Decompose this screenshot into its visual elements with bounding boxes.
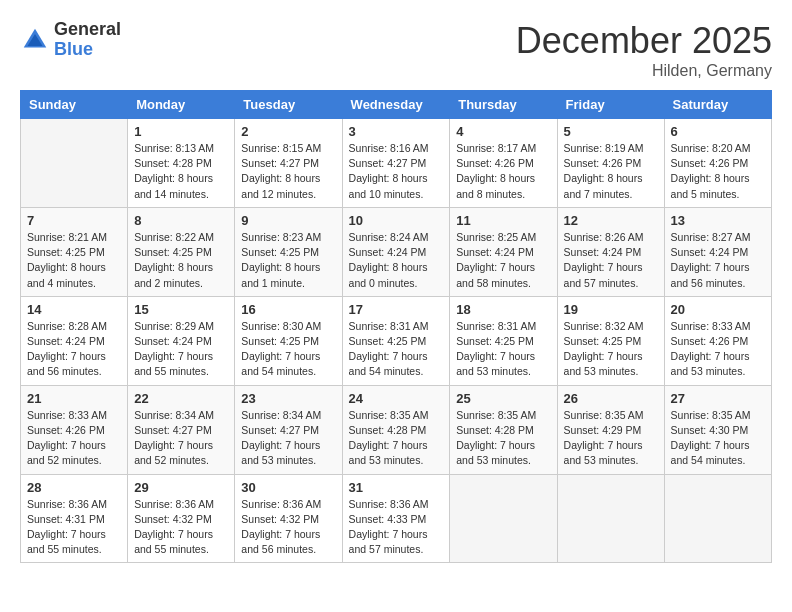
day-info: Sunrise: 8:35 AMSunset: 4:28 PMDaylight:… <box>456 408 550 469</box>
day-info: Sunrise: 8:28 AMSunset: 4:24 PMDaylight:… <box>27 319 121 380</box>
calendar-cell: 19Sunrise: 8:32 AMSunset: 4:25 PMDayligh… <box>557 296 664 385</box>
day-number: 21 <box>27 391 121 406</box>
calendar-cell: 13Sunrise: 8:27 AMSunset: 4:24 PMDayligh… <box>664 207 771 296</box>
day-number: 16 <box>241 302 335 317</box>
day-info: Sunrise: 8:17 AMSunset: 4:26 PMDaylight:… <box>456 141 550 202</box>
day-info: Sunrise: 8:31 AMSunset: 4:25 PMDaylight:… <box>456 319 550 380</box>
month-title: December 2025 <box>516 20 772 62</box>
day-info: Sunrise: 8:30 AMSunset: 4:25 PMDaylight:… <box>241 319 335 380</box>
day-info: Sunrise: 8:29 AMSunset: 4:24 PMDaylight:… <box>134 319 228 380</box>
day-number: 27 <box>671 391 765 406</box>
day-number: 6 <box>671 124 765 139</box>
day-number: 19 <box>564 302 658 317</box>
calendar-cell: 29Sunrise: 8:36 AMSunset: 4:32 PMDayligh… <box>128 474 235 563</box>
calendar-cell: 10Sunrise: 8:24 AMSunset: 4:24 PMDayligh… <box>342 207 450 296</box>
calendar-cell: 7Sunrise: 8:21 AMSunset: 4:25 PMDaylight… <box>21 207 128 296</box>
day-number: 17 <box>349 302 444 317</box>
calendar-cell: 16Sunrise: 8:30 AMSunset: 4:25 PMDayligh… <box>235 296 342 385</box>
weekday-header-sunday: Sunday <box>21 91 128 119</box>
day-number: 14 <box>27 302 121 317</box>
day-number: 26 <box>564 391 658 406</box>
calendar-cell: 25Sunrise: 8:35 AMSunset: 4:28 PMDayligh… <box>450 385 557 474</box>
calendar-cell: 22Sunrise: 8:34 AMSunset: 4:27 PMDayligh… <box>128 385 235 474</box>
calendar-cell: 26Sunrise: 8:35 AMSunset: 4:29 PMDayligh… <box>557 385 664 474</box>
calendar-cell: 11Sunrise: 8:25 AMSunset: 4:24 PMDayligh… <box>450 207 557 296</box>
day-info: Sunrise: 8:13 AMSunset: 4:28 PMDaylight:… <box>134 141 228 202</box>
day-number: 12 <box>564 213 658 228</box>
day-number: 24 <box>349 391 444 406</box>
day-info: Sunrise: 8:16 AMSunset: 4:27 PMDaylight:… <box>349 141 444 202</box>
day-info: Sunrise: 8:35 AMSunset: 4:28 PMDaylight:… <box>349 408 444 469</box>
page-header: General Blue December 2025 Hilden, Germa… <box>20 20 772 80</box>
day-number: 25 <box>456 391 550 406</box>
calendar-cell: 6Sunrise: 8:20 AMSunset: 4:26 PMDaylight… <box>664 119 771 208</box>
weekday-header-thursday: Thursday <box>450 91 557 119</box>
day-info: Sunrise: 8:34 AMSunset: 4:27 PMDaylight:… <box>241 408 335 469</box>
calendar-cell: 21Sunrise: 8:33 AMSunset: 4:26 PMDayligh… <box>21 385 128 474</box>
calendar-cell: 24Sunrise: 8:35 AMSunset: 4:28 PMDayligh… <box>342 385 450 474</box>
day-number: 28 <box>27 480 121 495</box>
day-info: Sunrise: 8:22 AMSunset: 4:25 PMDaylight:… <box>134 230 228 291</box>
calendar-cell: 5Sunrise: 8:19 AMSunset: 4:26 PMDaylight… <box>557 119 664 208</box>
day-number: 5 <box>564 124 658 139</box>
calendar-cell: 12Sunrise: 8:26 AMSunset: 4:24 PMDayligh… <box>557 207 664 296</box>
calendar-cell: 18Sunrise: 8:31 AMSunset: 4:25 PMDayligh… <box>450 296 557 385</box>
weekday-header-tuesday: Tuesday <box>235 91 342 119</box>
day-number: 4 <box>456 124 550 139</box>
calendar-cell: 3Sunrise: 8:16 AMSunset: 4:27 PMDaylight… <box>342 119 450 208</box>
day-number: 11 <box>456 213 550 228</box>
weekday-header-row: SundayMondayTuesdayWednesdayThursdayFrid… <box>21 91 772 119</box>
day-number: 30 <box>241 480 335 495</box>
calendar-cell: 31Sunrise: 8:36 AMSunset: 4:33 PMDayligh… <box>342 474 450 563</box>
day-number: 10 <box>349 213 444 228</box>
day-info: Sunrise: 8:36 AMSunset: 4:32 PMDaylight:… <box>241 497 335 558</box>
day-number: 15 <box>134 302 228 317</box>
calendar-cell: 4Sunrise: 8:17 AMSunset: 4:26 PMDaylight… <box>450 119 557 208</box>
logo-general: General <box>54 20 121 40</box>
day-number: 1 <box>134 124 228 139</box>
calendar-cell: 15Sunrise: 8:29 AMSunset: 4:24 PMDayligh… <box>128 296 235 385</box>
day-number: 8 <box>134 213 228 228</box>
calendar-cell: 27Sunrise: 8:35 AMSunset: 4:30 PMDayligh… <box>664 385 771 474</box>
title-block: December 2025 Hilden, Germany <box>516 20 772 80</box>
day-info: Sunrise: 8:31 AMSunset: 4:25 PMDaylight:… <box>349 319 444 380</box>
weekday-header-friday: Friday <box>557 91 664 119</box>
day-number: 9 <box>241 213 335 228</box>
logo: General Blue <box>20 20 121 60</box>
day-info: Sunrise: 8:36 AMSunset: 4:32 PMDaylight:… <box>134 497 228 558</box>
day-number: 31 <box>349 480 444 495</box>
logo-icon <box>20 25 50 55</box>
calendar-cell <box>557 474 664 563</box>
calendar-cell <box>21 119 128 208</box>
day-info: Sunrise: 8:15 AMSunset: 4:27 PMDaylight:… <box>241 141 335 202</box>
calendar-cell: 30Sunrise: 8:36 AMSunset: 4:32 PMDayligh… <box>235 474 342 563</box>
calendar-cell: 9Sunrise: 8:23 AMSunset: 4:25 PMDaylight… <box>235 207 342 296</box>
calendar-cell <box>450 474 557 563</box>
day-info: Sunrise: 8:34 AMSunset: 4:27 PMDaylight:… <box>134 408 228 469</box>
day-info: Sunrise: 8:32 AMSunset: 4:25 PMDaylight:… <box>564 319 658 380</box>
day-info: Sunrise: 8:25 AMSunset: 4:24 PMDaylight:… <box>456 230 550 291</box>
day-info: Sunrise: 8:35 AMSunset: 4:30 PMDaylight:… <box>671 408 765 469</box>
day-info: Sunrise: 8:23 AMSunset: 4:25 PMDaylight:… <box>241 230 335 291</box>
day-number: 2 <box>241 124 335 139</box>
calendar-cell: 20Sunrise: 8:33 AMSunset: 4:26 PMDayligh… <box>664 296 771 385</box>
day-number: 18 <box>456 302 550 317</box>
day-info: Sunrise: 8:36 AMSunset: 4:33 PMDaylight:… <box>349 497 444 558</box>
weekday-header-wednesday: Wednesday <box>342 91 450 119</box>
logo-blue: Blue <box>54 40 121 60</box>
calendar-cell: 28Sunrise: 8:36 AMSunset: 4:31 PMDayligh… <box>21 474 128 563</box>
week-row-4: 21Sunrise: 8:33 AMSunset: 4:26 PMDayligh… <box>21 385 772 474</box>
week-row-2: 7Sunrise: 8:21 AMSunset: 4:25 PMDaylight… <box>21 207 772 296</box>
calendar-cell: 2Sunrise: 8:15 AMSunset: 4:27 PMDaylight… <box>235 119 342 208</box>
day-info: Sunrise: 8:19 AMSunset: 4:26 PMDaylight:… <box>564 141 658 202</box>
weekday-header-saturday: Saturday <box>664 91 771 119</box>
day-number: 20 <box>671 302 765 317</box>
weekday-header-monday: Monday <box>128 91 235 119</box>
calendar-cell: 8Sunrise: 8:22 AMSunset: 4:25 PMDaylight… <box>128 207 235 296</box>
day-info: Sunrise: 8:24 AMSunset: 4:24 PMDaylight:… <box>349 230 444 291</box>
calendar-cell <box>664 474 771 563</box>
day-info: Sunrise: 8:33 AMSunset: 4:26 PMDaylight:… <box>27 408 121 469</box>
day-number: 13 <box>671 213 765 228</box>
logo-text: General Blue <box>54 20 121 60</box>
calendar-cell: 1Sunrise: 8:13 AMSunset: 4:28 PMDaylight… <box>128 119 235 208</box>
